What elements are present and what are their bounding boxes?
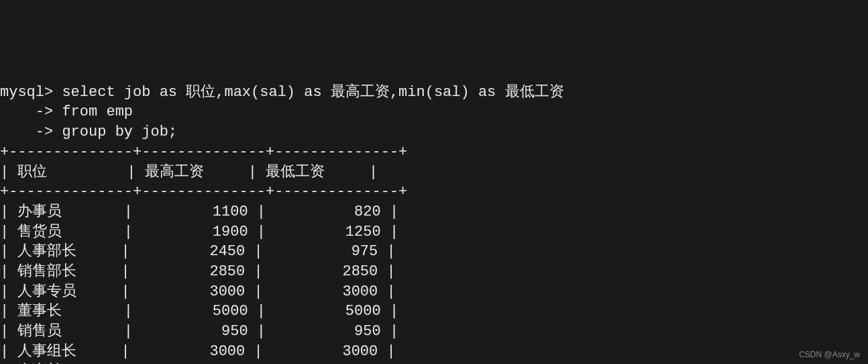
table-header-row: | 职位 | 最高工资 | 最低工资 | (0, 164, 378, 181)
query-line: from emp (53, 103, 133, 120)
table-border: +--------------+--------------+---------… (0, 144, 407, 161)
terminal-output: mysql> select job as 职位,max(sal) as 最高工资… (0, 83, 868, 364)
continuation-prompt: -> (0, 124, 53, 140)
query-line: group by job; (53, 124, 177, 140)
mysql-prompt: mysql> (0, 84, 53, 101)
table-body: | 办事员 | 1100 | 820 | | 售货员 | 1900 | 1250… (0, 203, 398, 364)
table-border: +--------------+--------------+---------… (0, 183, 407, 200)
query-line: select job as 职位,max(sal) as 最高工资,min(sa… (53, 84, 563, 101)
continuation-prompt: -> (0, 103, 53, 120)
watermark: CSDN @Asxy_w (799, 349, 860, 360)
